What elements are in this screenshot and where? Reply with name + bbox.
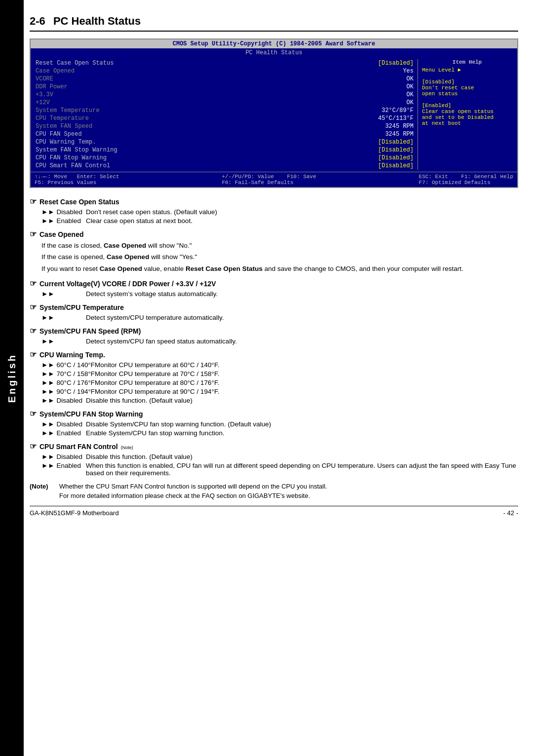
- desc-bullet: ►►: [41, 290, 86, 298]
- desc-text: When this function is enabled, CPU fan w…: [86, 462, 518, 477]
- bios-row-label: System Temperature: [36, 107, 100, 114]
- bios-footer-move: ↑↓→←: Move Enter: Select: [35, 174, 119, 180]
- bios-subtitle: PC Health Status: [31, 48, 517, 57]
- bios-footer-optimized: F7: Optimized Defaults: [419, 180, 513, 186]
- bios-row-value: OK: [407, 83, 414, 90]
- desc-item: ►► 60°C / 140°FMonitor CPU temperature a…: [41, 361, 518, 369]
- desc-heading-reset-case: ☞Reset Case Open Status: [30, 197, 518, 206]
- desc-para: If the case is opened, Case Opened will …: [41, 252, 518, 262]
- desc-section-case-opened: ☞Case OpenedIf the case is closed, Case …: [30, 229, 518, 274]
- section-number: 2-6: [30, 15, 45, 27]
- desc-text: Clear case open status at next boot.: [86, 217, 518, 225]
- footer-right: - 42 -: [503, 509, 518, 517]
- desc-bullet: ►► Enabled: [41, 462, 86, 477]
- bios-help-line: [Enabled]: [422, 103, 512, 109]
- desc-bullet: ►► Enabled: [41, 217, 86, 225]
- bios-row-value: 32°C/89°F: [381, 107, 414, 114]
- bios-row: +12VOK: [36, 99, 414, 107]
- bios-help-line: [Disabled]: [422, 79, 512, 85]
- desc-bullet: ►► Enabled: [41, 429, 86, 437]
- arrow-icon: ☞: [30, 442, 37, 451]
- arrow-icon: ☞: [30, 279, 37, 288]
- desc-item: ►► 70°C / 158°FMonitor CPU temperature a…: [41, 370, 518, 378]
- bios-help-line: at next boot: [422, 120, 512, 126]
- desc-heading-text: Case Opened: [39, 230, 83, 238]
- desc-bullet: ►► Disabled: [41, 208, 86, 216]
- bios-footer-col1: ↑↓→←: Move Enter: Select F5: Previous Va…: [35, 174, 119, 186]
- desc-section-voltage: ☞Current Voltage(V) VCORE / DDR Power / …: [30, 279, 518, 298]
- desc-item: ►► DisabledDisable System/CPU fan stop w…: [41, 420, 518, 428]
- bios-help-line: and set to be Disabled: [422, 114, 512, 120]
- bios-left-panel: Reset Case Open Status[Disabled]Case Ope…: [32, 59, 418, 170]
- desc-text: Detect system/CPU temperature automatica…: [86, 314, 518, 321]
- bios-row-label: CPU Warning Temp.: [36, 139, 96, 146]
- arrow-icon: ☞: [30, 197, 37, 206]
- bios-help-line: Don't reset case: [422, 85, 512, 91]
- desc-heading-text: CPU Smart FAN Control: [39, 443, 118, 451]
- arrow-icon: ☞: [30, 302, 37, 312]
- desc-heading-case-opened: ☞Case Opened: [30, 229, 518, 239]
- desc-item: ►► 90°C / 194°FMonitor CPU temperature a…: [41, 388, 518, 395]
- note-section: (Note) Whether the CPU Smart FAN Control…: [30, 482, 518, 501]
- desc-heading-sys-fan-stop: ☞System/CPU FAN Stop Warning: [30, 409, 518, 418]
- page-footer: GA-K8N51GMF-9 Motherboard - 42 -: [30, 506, 518, 517]
- desc-heading-text: CPU Warning Temp.: [39, 351, 105, 359]
- section-title: 2-6 PC Health Status: [30, 15, 518, 32]
- desc-bullet: ►► Disabled: [41, 420, 86, 428]
- bios-screen: CMOS Setup Utility-Copyright (C) 1984-20…: [30, 38, 518, 188]
- desc-heading-text: System/CPU FAN Stop Warning: [39, 410, 143, 418]
- desc-text: Monitor CPU temperature at 90°C / 194°F.: [95, 388, 518, 395]
- desc-bullet: ►► Disabled: [41, 453, 86, 460]
- desc-bullet: ►►: [41, 314, 86, 321]
- bios-row-label: +12V: [36, 99, 50, 106]
- bios-help-line: open status: [422, 91, 512, 97]
- desc-section-sys-cpu-fan: ☞System/CPU FAN Speed (RPM)►►Detect syst…: [30, 326, 518, 345]
- desc-item: ►► EnabledWhen this function is enabled,…: [41, 462, 518, 477]
- desc-para: If you want to reset Case Opened value, …: [41, 264, 518, 274]
- bios-row-value: [Disabled]: [378, 60, 414, 67]
- desc-bullet: ►► 80°C / 176°F: [41, 379, 95, 386]
- desc-section-sys-cpu-temp: ☞System/CPU Temperature►►Detect system/C…: [30, 302, 518, 321]
- desc-bullet: ►►: [41, 338, 86, 345]
- desc-text: Monitor CPU temperature at 80°C / 176°F.: [95, 379, 518, 386]
- desc-heading-voltage: ☞Current Voltage(V) VCORE / DDR Power / …: [30, 279, 518, 288]
- bios-row-label: System FAN Speed: [36, 123, 92, 130]
- bios-row: CPU Temperature45°C/113°F: [36, 114, 414, 122]
- bios-row-label: Reset Case Open Status: [36, 60, 114, 67]
- desc-item: ►► 80°C / 176°FMonitor CPU temperature a…: [41, 379, 518, 386]
- desc-text: Detect system/CPU fan speed status autom…: [86, 338, 518, 345]
- bios-help-line: Clear case open status: [422, 109, 512, 114]
- sidebar-label: English: [6, 353, 18, 403]
- main-content: 2-6 PC Health Status CMOS Setup Utility-…: [30, 0, 518, 536]
- bios-row-label: CPU FAN Stop Warning: [36, 154, 107, 161]
- bios-row-value: OK: [407, 91, 414, 98]
- bios-footer-value: +/-/PU/PD: Value F10: Save: [222, 174, 316, 180]
- bios-right-panel: Item HelpMenu Level ► [Disabled]Don't re…: [418, 59, 516, 170]
- desc-section-sys-fan-stop: ☞System/CPU FAN Stop Warning►► DisabledD…: [30, 409, 518, 437]
- desc-text: Monitor CPU temperature at 70°C / 158°F.: [95, 370, 518, 378]
- desc-item: ►► DisabledDon't reset case open status.…: [41, 208, 518, 216]
- arrow-icon: ☞: [30, 409, 37, 418]
- desc-text: Detect system’s voltage status automatic…: [86, 290, 518, 298]
- bios-footer-prev: F5: Previous Values: [35, 180, 119, 186]
- desc-section-reset-case: ☞Reset Case Open Status►► DisabledDon't …: [30, 197, 518, 225]
- desc-section-cpu-warning: ☞CPU Warning Temp.►► 60°C / 140°FMonitor…: [30, 350, 518, 404]
- bios-row-value: OK: [407, 76, 414, 82]
- bios-row-value: [Disabled]: [378, 147, 414, 153]
- bios-row: System FAN Speed3245 RPM: [36, 122, 414, 130]
- bios-row: CPU FAN Speed3245 RPM: [36, 130, 414, 138]
- bios-row-value: OK: [407, 99, 414, 106]
- bios-row-label: DDR Power: [36, 83, 68, 90]
- section-heading: PC Health Status: [53, 15, 141, 27]
- desc-heading-text: Current Voltage(V) VCORE / DDR Power / +…: [39, 280, 216, 288]
- bios-footer-esc: ESC: Exit F1: General Help: [419, 174, 513, 180]
- desc-item: ►► EnabledClear case open status at next…: [41, 217, 518, 225]
- bios-row-value: [Disabled]: [378, 139, 414, 146]
- bios-help-title: Item Help: [422, 59, 512, 65]
- desc-text: Enable System/CPU fan stop warning funct…: [86, 429, 518, 437]
- bios-footer-col2: +/-/PU/PD: Value F10: Save F6: Fail-Safe…: [222, 174, 316, 186]
- bios-row: CPU Warning Temp.[Disabled]: [36, 138, 414, 146]
- note-text: Whether the CPU Smart FAN Control functi…: [59, 482, 327, 501]
- desc-text: Monitor CPU temperature at 60°C / 140°F.: [95, 361, 518, 369]
- bios-row-label: VCORE: [36, 76, 53, 82]
